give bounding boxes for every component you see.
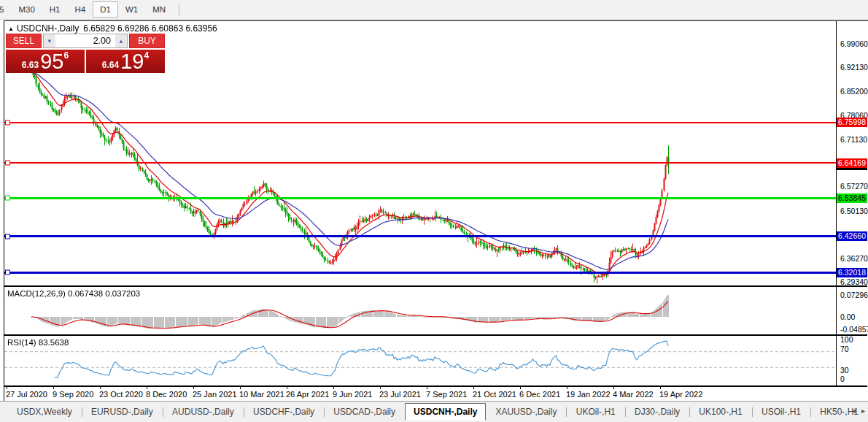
buy-price-box[interactable]: 6.64 19 4 [86,50,165,73]
date-tick-mark [287,387,287,389]
volume-stepper[interactable]: ▼ 2.00 ▲ [43,34,128,48]
date-label: 8 Dec 2020 [146,390,187,399]
timeframe-button-5[interactable]: 5 [0,1,11,18]
chart-tab-usdchf-daily[interactable]: USDCHF-,Daily [244,404,324,420]
timeframe-button-m30[interactable]: M30 [11,1,42,18]
date-tick-mark [660,387,661,389]
horizontal-level-line[interactable] [4,235,836,237]
buy-price-prefix: 6.64 [102,60,119,70]
date-tick-mark [100,387,101,389]
volume-value[interactable]: 2.00 [55,34,115,47]
date-label: 23 Oct 2020 [99,390,143,399]
price-axis-tick: 6.99060 [840,39,868,48]
chart-window: ▲USDCNH-,Daily6.65829 6.69286 6.60863 6.… [4,20,868,402]
chart-tab-uk100-h1[interactable]: UK100-,H1 [689,404,751,420]
horizontal-level-line[interactable] [4,272,836,274]
level-anchor-handle[interactable] [5,120,10,125]
date-tick-mark [427,387,427,389]
trade-prices-row: 6.63 95 6 6.64 19 4 [6,50,165,73]
rsi-axis-tick: 70 [840,345,849,353]
date-label: 21 Oct 2021 [473,390,516,399]
date-tick-mark [333,387,334,389]
price-axis-tick: 6.29340 [840,277,868,286]
trade-controls-row: SELL ▼ 2.00 ▲ BUY [6,34,165,48]
level-price-badge: 6.64169 [837,158,867,168]
volume-increase-button[interactable]: ▲ [115,34,127,47]
tab-scroll-right-icon[interactable]: ▸ [861,407,865,415]
level-anchor-handle[interactable] [5,161,10,166]
volume-decrease-button[interactable]: ▼ [44,34,55,47]
timeframe-button-h4[interactable]: H4 [67,1,93,18]
timeframe-button-w1[interactable]: W1 [118,1,145,18]
rsi-panel: RSI(14) 83.5638 [4,334,867,387]
buy-price-big: 19 [120,51,144,72]
date-label: 19 Jan 2022 [566,390,611,399]
horizontal-level-line[interactable] [4,122,836,123]
price-panel: ▲USDCNH-,Daily6.65829 6.69286 6.60863 6.… [4,21,867,285]
level-anchor-handle[interactable] [5,270,10,275]
date-label: 25 Jan 2021 [193,390,237,399]
date-tick-mark [520,387,521,389]
level-price-badge: 6.32018 [837,268,867,277]
date-tick-mark [567,387,567,389]
sell-button[interactable]: SELL [6,34,42,48]
chart-tab-xauusd-daily[interactable]: XAUUSD-,Daily [486,404,566,420]
chart-ohlc-values: 6.65829 6.69286 6.60863 6.63956 [83,23,217,34]
level-anchor-handle[interactable] [5,234,10,239]
horizontal-level-line[interactable] [4,197,836,199]
macd-panel: MACD(12,26,9) 0.067438 0.037203 [4,285,867,336]
chevron-up-icon: ▲ [118,38,124,45]
rsi-axis-tick: 0 [840,375,845,383]
chart-tab-eurusd-daily[interactable]: EURUSD-,Daily [82,404,163,420]
chart-tab-usoil-h1[interactable]: USOil-,H1 [752,404,810,420]
one-click-trading-panel: SELL ▼ 2.00 ▲ BUY 6.63 95 6 6.64 [6,34,165,73]
chart-tab-dj30-daily[interactable]: DJ30-,Daily [625,404,689,420]
buy-price-sup: 4 [144,50,149,61]
price-axis: 6.990606.921306.852006.780606.711306.572… [837,21,867,402]
sell-price-box[interactable]: 6.63 95 6 [6,50,85,73]
sell-price-sup: 6 [63,50,69,61]
price-axis-tick: 6.71130 [840,135,867,144]
chart-tab-audusd-daily[interactable]: AUDUSD-,Daily [163,404,244,420]
level-price-badge: 6.42660 [837,231,867,241]
chart-title: ▲USDCNH-,Daily6.65829 6.69286 6.60863 6.… [8,23,217,34]
level-price-badge: 6.53845 [837,193,867,203]
rsi-axis-tick: 100 [840,335,853,344]
timeframe-toolbar: 5M30H1H4D1W1MN [0,0,868,20]
horizontal-level-line[interactable] [4,162,836,164]
timeframe-button-d1[interactable]: D1 [93,1,118,18]
date-label: 27 Jul 2020 [6,390,47,399]
rsi-canvas[interactable] [4,336,836,385]
date-label: 7 Sep 2021 [426,390,467,399]
chart-tab-usdcad-daily[interactable]: USDCAD-,Daily [324,404,405,420]
date-label: 4 Mar 2022 [613,390,654,399]
level-anchor-handle[interactable] [5,196,10,201]
collapse-triangle-icon[interactable]: ▲ [8,26,14,32]
tab-scroll-left-icon[interactable]: ◂ [852,407,856,415]
date-tick-mark [193,387,194,389]
date-tick-mark [7,387,7,389]
price-axis-tick: 6.50130 [840,207,868,215]
date-label: 26 Apr 2021 [286,390,329,399]
chart-symbol: USDCNH-,Daily [17,23,79,34]
rsi-axis-tick: 30 [840,366,849,375]
timeframe-button-mn[interactable]: MN [145,1,173,18]
buy-button[interactable]: BUY [129,34,165,48]
timeframe-button-h1[interactable]: H1 [42,1,68,18]
macd-axis-tick: -0.048573 [840,325,868,334]
rsi-label: RSI(14) 83.5638 [7,338,69,347]
date-tick-mark [380,387,381,389]
date-tick-mark [473,387,474,389]
date-label: 9 Sep 2020 [53,390,93,399]
date-label: 9 Jun 2021 [333,390,372,399]
price-axis-tick: 6.85200 [840,87,868,96]
date-label: 10 Mar 2021 [239,390,284,399]
sell-price-prefix: 6.63 [22,60,39,70]
chart-tab-usdx-weekly[interactable]: USDX,Weekly [7,404,82,420]
chart-tab-bar: USDX,WeeklyEURUSD-,DailyAUDUSD-,DailyUSD… [0,401,868,422]
date-tick-mark [53,387,54,389]
price-axis-tick: 6.36270 [840,254,868,263]
chart-tab-usdcnh-daily[interactable]: USDCNH-,Daily [405,403,486,421]
level-price-badge: 6.75998 [837,118,867,127]
chart-tab-ukoil-h1[interactable]: UKOil-,H1 [567,404,625,420]
